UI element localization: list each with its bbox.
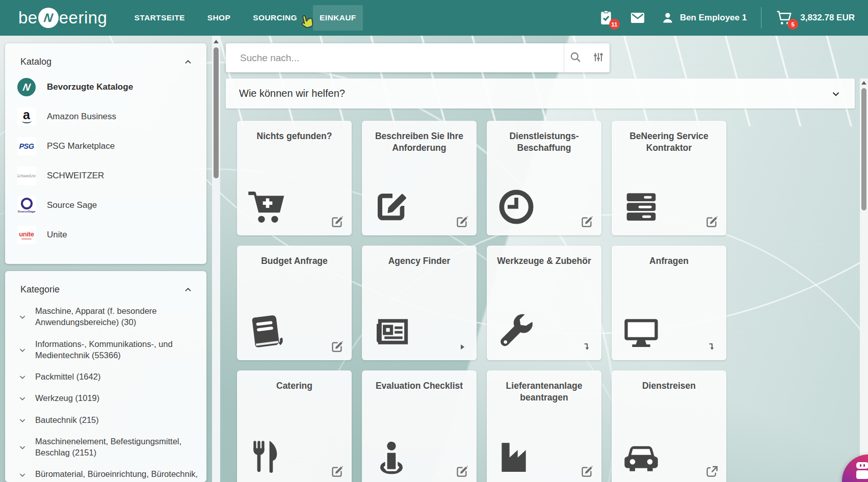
tile[interactable]: Dienstreisen — [612, 370, 726, 482]
newspaper-icon — [371, 311, 412, 352]
catalog-item[interactable]: aAmazon Business — [5, 102, 206, 131]
messages-button[interactable] — [629, 9, 646, 26]
tile[interactable]: Catering — [237, 370, 352, 482]
kategorie-header[interactable]: Kategorie — [5, 271, 206, 300]
category-item-label: Bautechnik (215) — [35, 414, 99, 425]
category-item-label: Werkzeug (1019) — [35, 392, 99, 404]
tile[interactable]: Dienstleistungs-Beschaffung — [487, 121, 601, 235]
scroll-up-arrow-icon[interactable] — [861, 81, 866, 85]
catalog-item[interactable]: NBevorzugte Kataloge — [5, 72, 206, 102]
category-item[interactable]: Maschinenelement, Befestigungsmittel, Be… — [5, 431, 206, 464]
tile[interactable]: Anfragen — [612, 246, 726, 360]
chevron-up-icon — [183, 285, 193, 295]
category-item-label: Informations-, Kommunikations-, und Medi… — [35, 338, 199, 361]
catalog-item-label: Unite — [47, 230, 67, 240]
monitor-icon — [621, 311, 662, 352]
category-item-label: Maschine, Apparat (f. besondere Anwendun… — [35, 305, 199, 328]
scroll-up-arrow-icon[interactable] — [214, 40, 219, 43]
edit-icon[interactable] — [455, 465, 469, 478]
menu-item-einkauf[interactable]: EINKAUF — [313, 5, 363, 31]
user-menu[interactable]: Ben Employee 1 — [661, 11, 747, 25]
tile[interactable]: Werkzeuge & Zubehör — [487, 246, 601, 360]
catalog-item[interactable]: SourceSageSource Sage — [5, 191, 206, 220]
edit-icon[interactable] — [330, 215, 344, 229]
menu-item-shop[interactable]: SHOP — [201, 5, 238, 31]
tile-title: Nichts gefunden? — [237, 121, 352, 142]
tasks-button[interactable]: 11 — [597, 9, 615, 26]
chevron-down-icon — [18, 443, 27, 451]
katalog-panel: Katalog NBevorzugte KatalogeaAmazon Busi… — [5, 43, 206, 264]
main-scrollbar[interactable] — [860, 78, 868, 482]
catalog-item-label: PSG Marketplace — [47, 141, 115, 151]
cart-button[interactable]: 5 3,832.78 EUR — [776, 9, 855, 26]
edit-icon[interactable] — [705, 215, 719, 229]
nav-divider — [761, 7, 761, 29]
category-item[interactable]: Bautechnik (215) — [5, 409, 206, 431]
psg-logo-icon: PSG — [17, 137, 36, 155]
edit-icon[interactable] — [330, 465, 344, 478]
category-item-label: Büromaterial, Büroeinrichtung, Bürotechn… — [35, 468, 198, 479]
catalog-item[interactable]: PSGPSG Marketplace — [5, 131, 206, 161]
schweitzer-logo-icon: Schweitzer — [17, 167, 36, 185]
edit-icon[interactable] — [580, 465, 594, 478]
kategorie-panel: Kategorie Maschine, Apparat (f. besonder… — [5, 271, 206, 482]
sidebar-scrollbar-thumb[interactable] — [214, 47, 219, 178]
menu-item-startseite[interactable]: STARTSEITE — [127, 5, 191, 31]
tile[interactable]: BeNeering Service Kontraktor — [612, 121, 726, 235]
tiles-grid: Nichts gefunden?Beschreiben Sie Ihre Anf… — [237, 121, 726, 482]
car-icon — [621, 436, 662, 477]
chevron-down-icon — [18, 345, 27, 354]
search-button[interactable] — [564, 43, 587, 72]
kategorie-list: Maschine, Apparat (f. besondere Anwendun… — [5, 300, 206, 482]
tile-title: Dienstreisen — [612, 370, 726, 392]
edit-icon[interactable] — [330, 340, 344, 354]
katalog-header[interactable]: Katalog — [5, 43, 206, 72]
tile[interactable]: Evaluation Checklist — [362, 370, 477, 482]
tile[interactable]: Agency Finder — [362, 246, 477, 360]
catalog-item[interactable]: SchweitzerSCHWEITZER — [5, 161, 206, 191]
tile-title: BeNeering Service Kontraktor — [612, 121, 726, 154]
tile-title: Dienstleistungs-Beschaffung — [487, 121, 601, 154]
clock-icon — [496, 186, 537, 227]
book-icon — [246, 311, 287, 352]
tile[interactable]: Beschreiben Sie Ihre Anforderung — [362, 121, 477, 235]
open-in-new-icon[interactable] — [705, 465, 719, 478]
top-navbar: be N eering STARTSEITESHOPSOURCINGEINKAU… — [0, 0, 868, 36]
compose-icon — [371, 186, 412, 227]
catalog-item[interactable]: uniteUnite — [5, 220, 206, 250]
tile[interactable]: Budget Anfrage — [237, 246, 352, 360]
tile[interactable]: Nichts gefunden? — [237, 121, 352, 235]
category-item-label: Maschinenelement, Befestigungsmittel, Be… — [35, 436, 199, 459]
search-input[interactable] — [226, 52, 547, 64]
tile-title: Werkzeuge & Zubehör — [487, 246, 601, 267]
category-item[interactable]: Packmittel (1642) — [5, 366, 206, 387]
chat-assistant-button[interactable] — [842, 454, 868, 482]
chevron-up-icon — [183, 57, 193, 67]
catalog-item-label: Bevorzugte Kataloge — [47, 82, 133, 92]
restaurant-icon — [246, 436, 287, 477]
robot-icon — [856, 462, 868, 479]
edit-icon[interactable] — [455, 215, 469, 229]
category-item[interactable]: Büromaterial, Büroeinrichtung, Bürotechn… — [5, 463, 206, 482]
tile-title: Beschreiben Sie Ihre Anforderung — [362, 121, 477, 154]
category-item[interactable]: Werkzeug (1019) — [5, 387, 206, 409]
menu-item-sourcing[interactable]: SOURCING — [246, 5, 304, 31]
cart-icon: 5 — [776, 9, 793, 26]
search-icon — [569, 50, 582, 66]
main-scrollbar-thumb[interactable] — [861, 88, 866, 210]
cart-badge: 5 — [787, 19, 798, 30]
arrow-turn-down-icon[interactable] — [707, 342, 717, 352]
tile-title: Anfragen — [612, 246, 726, 267]
filter-button[interactable] — [587, 43, 610, 72]
help-panel-header[interactable]: Wie können wir helfen? — [226, 78, 855, 109]
sidebar-scrollbar[interactable] — [212, 36, 220, 482]
category-item[interactable]: Informations-, Kommunikations-, und Medi… — [5, 333, 206, 366]
arrow-turn-down-icon[interactable] — [582, 342, 592, 352]
app-logo[interactable]: be N eering — [18, 8, 107, 28]
caret-right-icon[interactable] — [457, 342, 467, 352]
tile[interactable]: Lieferantenanlage beantragen — [487, 370, 601, 482]
category-item[interactable]: Maschine, Apparat (f. besondere Anwendun… — [5, 300, 206, 333]
tasks-badge: 11 — [609, 19, 620, 30]
edit-icon[interactable] — [580, 215, 594, 229]
main-menu: STARTSEITESHOPSOURCINGEINKAUF — [127, 5, 362, 31]
